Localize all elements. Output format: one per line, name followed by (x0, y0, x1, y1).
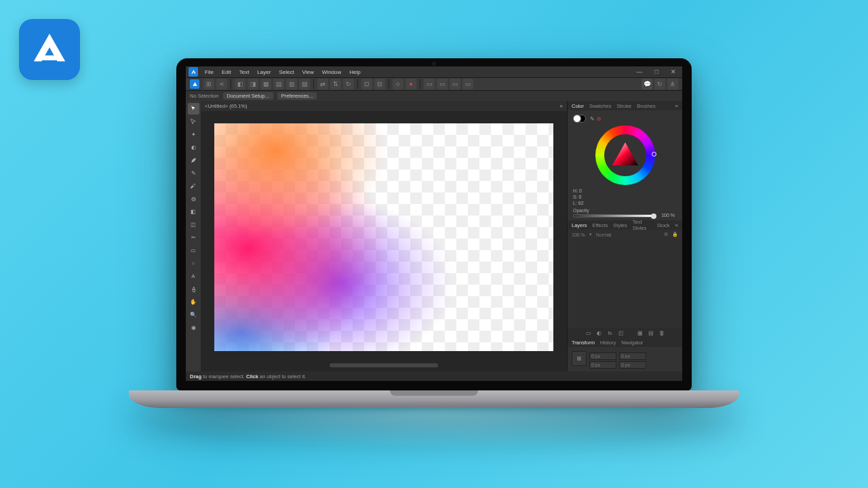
hue-handle[interactable] (652, 152, 656, 157)
x-field[interactable] (589, 352, 616, 360)
hand-tool-icon[interactable]: ✋ (188, 296, 199, 308)
arrange-icon[interactable]: ⊞ (203, 79, 214, 89)
assistant-icon[interactable]: 💬 (642, 79, 652, 89)
artboard[interactable] (214, 123, 553, 351)
menu-window[interactable]: Window (319, 69, 344, 75)
opacity-slider[interactable]: 100 % (573, 214, 655, 218)
text-tool-icon[interactable]: A (188, 270, 199, 282)
order-front-icon[interactable]: ▭ (424, 79, 435, 89)
order-forward-icon[interactable]: ▭ (437, 79, 448, 89)
tab-stroke[interactable]: Stroke (616, 103, 631, 109)
gear-icon[interactable]: ⚙ (664, 232, 668, 237)
lock-layer-icon[interactable]: 🔒 (672, 232, 678, 237)
transparency-tool-icon[interactable]: ◫ (188, 219, 199, 230)
close-tab-icon[interactable]: × (559, 103, 563, 109)
menu-help[interactable]: Help (346, 69, 363, 75)
shape-tool-icon[interactable]: ▭ (188, 245, 199, 256)
snap-icon[interactable]: ⊹ (393, 79, 403, 89)
canvas-viewport[interactable] (201, 111, 567, 363)
layers-options-icon[interactable]: ≡ (675, 222, 678, 228)
tab-transform[interactable]: Transform (572, 340, 595, 346)
tools-panel: ✦ ◐ ✎ 🖌 ◍ ◧ ◫ ✂ ▭ ○ A A̲ ✋ 🔍 ◉ (186, 101, 201, 371)
horizontal-scrollbar[interactable] (330, 363, 438, 367)
node-tool-icon[interactable] (188, 116, 199, 127)
rotate-icon[interactable]: ↻ (343, 79, 354, 89)
eyedropper-icon[interactable]: ✎ (590, 116, 595, 122)
menu-view[interactable]: View (299, 69, 317, 75)
corner-tool-icon[interactable]: ◐ (188, 142, 199, 153)
sync-icon[interactable]: ↻ (654, 79, 665, 89)
move-tool-icon[interactable] (188, 103, 199, 115)
anchor-widget[interactable] (572, 351, 587, 366)
share-icon[interactable]: ⋖ (216, 79, 227, 89)
tab-navigator[interactable]: Navigator (621, 340, 643, 346)
preferences-button[interactable]: Preferences... (277, 92, 317, 100)
align-right-icon[interactable]: ▦ (260, 79, 271, 89)
opacity-handle[interactable] (651, 214, 656, 219)
fx-layer-icon[interactable]: fx (606, 330, 614, 336)
crop-tool-icon[interactable]: ✂ (188, 232, 199, 243)
mask-layer-icon[interactable]: ▭ (585, 330, 592, 336)
tab-effects[interactable]: Effects (593, 222, 608, 228)
menu-layer[interactable]: Layer (254, 69, 274, 75)
align-middle-icon[interactable]: ▥ (286, 79, 297, 89)
align-bottom-icon[interactable]: ▧ (299, 79, 310, 89)
add-layer-icon[interactable]: ▦ (636, 330, 644, 336)
menu-text[interactable]: Text (236, 69, 253, 75)
window-close-button[interactable]: ✕ (667, 68, 679, 75)
panel-options-icon[interactable]: ≡ (675, 103, 678, 109)
pen-tool-icon[interactable] (188, 155, 199, 166)
order-backward-icon[interactable]: ▭ (450, 79, 460, 89)
window-minimize-button[interactable]: — (633, 68, 646, 75)
tab-stock[interactable]: Stock (657, 222, 670, 228)
tab-history[interactable]: History (600, 340, 616, 346)
tab-color[interactable]: Color (572, 103, 584, 109)
align-top-icon[interactable]: ▤ (273, 79, 284, 89)
window-maximize-button[interactable]: □ (652, 68, 662, 75)
fill-tool-icon[interactable]: ◍ (188, 193, 199, 205)
adjustment-layer-icon[interactable]: ◐ (595, 330, 603, 336)
group-icon[interactable]: ⊡ (361, 79, 372, 89)
menu-select[interactable]: Select (275, 69, 297, 75)
align-center-icon[interactable]: ◨ (248, 79, 258, 89)
tab-swatches[interactable]: Swatches (589, 103, 612, 109)
tab-layers[interactable]: Layers (572, 222, 587, 228)
color-picker-tool-icon[interactable]: ◉ (188, 322, 199, 333)
add-pixel-layer-icon[interactable]: ▤ (647, 330, 654, 336)
document-setup-button[interactable]: Document Setup... (223, 92, 273, 100)
sat-value: S: 0 (573, 194, 584, 200)
foreground-swatch[interactable] (573, 115, 581, 123)
persona-designer-icon[interactable] (190, 79, 199, 89)
layers-list[interactable] (568, 239, 682, 328)
ungroup-icon[interactable]: ⊟ (374, 79, 385, 89)
tab-brushes[interactable]: Brushes (637, 103, 656, 109)
gradient-tool-icon[interactable]: ◧ (188, 206, 199, 218)
y-field[interactable] (619, 352, 646, 360)
account-icon[interactable]: ⋔ (667, 79, 678, 89)
point-transform-icon[interactable]: ✦ (188, 129, 199, 140)
align-left-icon[interactable]: ◧ (235, 79, 245, 89)
brush-tool-icon[interactable]: 🖌 (188, 180, 199, 192)
document-tab[interactable]: <Untitled> (65.1%) (205, 103, 248, 109)
crop-layer-icon[interactable]: ◰ (617, 330, 625, 336)
w-field[interactable] (589, 361, 616, 369)
pencil-tool-icon[interactable]: ✎ (188, 167, 199, 179)
flip-v-icon[interactable]: ⇅ (330, 79, 341, 89)
h-field[interactable] (619, 361, 646, 369)
blend-mode-select[interactable]: Normal (596, 232, 612, 237)
app-menu-icon[interactable] (189, 67, 198, 77)
flip-h-icon[interactable]: ⇄ (317, 79, 328, 89)
tab-styles[interactable]: Styles (613, 222, 627, 228)
laptop-mockup: File Edit Text Layer Select View Window … (176, 58, 692, 408)
color-wheel[interactable] (595, 125, 655, 185)
delete-layer-icon[interactable]: 🗑 (658, 330, 665, 336)
ellipse-tool-icon[interactable]: ○ (188, 258, 199, 269)
color-none-icon[interactable]: ⊘ (597, 116, 601, 122)
layer-opacity-value[interactable]: 100 % (572, 232, 585, 237)
frame-text-tool-icon[interactable]: A̲ (188, 283, 199, 295)
zoom-tool-icon[interactable]: 🔍 (188, 309, 199, 321)
order-back-icon[interactable]: ▭ (462, 79, 473, 89)
lock-icon[interactable]: ● (406, 79, 416, 89)
menu-file[interactable]: File (201, 69, 217, 75)
menu-edit[interactable]: Edit (218, 69, 235, 75)
